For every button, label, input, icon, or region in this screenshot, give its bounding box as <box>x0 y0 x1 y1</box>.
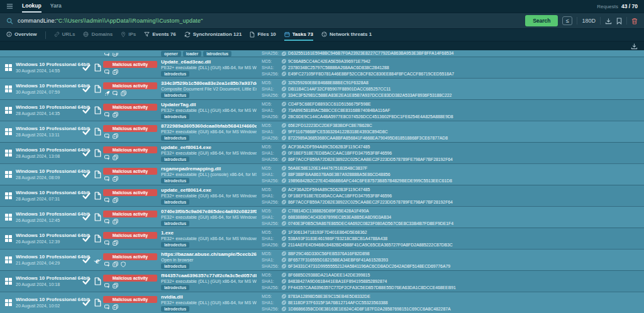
tag-latrodectus[interactable]: latrodectus <box>161 242 189 248</box>
task-row[interactable]: Windows 10 Professional 64bit 20 August … <box>0 270 644 292</box>
screenshot-icon[interactable] <box>104 240 110 246</box>
top-tab-lookup[interactable]: Lookup <box>22 0 42 13</box>
tag-loader[interactable]: loader <box>183 51 202 57</box>
shield-icon[interactable] <box>121 261 126 267</box>
copy-icon[interactable] <box>282 72 286 76</box>
copy-icon[interactable] <box>282 251 286 256</box>
menu-hamburger-icon[interactable] <box>6 0 13 13</box>
tag-latrodectus[interactable]: latrodectus <box>161 221 189 226</box>
copy-icon[interactable] <box>282 243 286 247</box>
top-tab-yara[interactable]: Yara <box>50 0 62 13</box>
download-icon[interactable] <box>605 18 612 25</box>
document-icon[interactable] <box>92 192 103 200</box>
tag-opener[interactable]: opener <box>161 51 181 57</box>
copy-icon[interactable] <box>282 215 286 219</box>
sample-name[interactable]: Update_e6ad3eac.dll <box>161 59 257 65</box>
copy-icon[interactable] <box>282 194 286 198</box>
tag-latrodectus[interactable]: latrodectus <box>161 92 189 98</box>
copy-icon[interactable] <box>282 136 286 140</box>
screenshot-icon[interactable] <box>113 91 118 96</box>
tab-overview[interactable]: Overview <box>6 29 37 41</box>
copy-icon[interactable] <box>282 65 286 70</box>
copy-icon[interactable] <box>282 209 286 213</box>
tag-latrodectus[interactable]: latrodectus <box>161 135 189 141</box>
tab-events-76[interactable]: Events 76 <box>144 29 175 41</box>
screenshot-icon[interactable] <box>104 283 110 288</box>
tag-latrodectus[interactable]: latrodectus <box>161 263 189 269</box>
task-row[interactable]: Windows 10 Professional 64bit 28 August … <box>0 163 644 185</box>
query-builder-icon[interactable]: ≤ <box>562 16 572 25</box>
copy-icon[interactable] <box>282 236 286 241</box>
tag-latrodectus[interactable]: latrodectus <box>161 114 189 119</box>
document-icon[interactable] <box>92 170 103 178</box>
copy-icon[interactable] <box>282 230 286 234</box>
copy-icon[interactable] <box>282 258 286 262</box>
tag-latrodectus[interactable]: latrodectus <box>161 306 189 312</box>
sample-name[interactable]: 334c3f529b1c580ea83e2ea1e85b7a937dcceb3d… <box>161 80 257 86</box>
related-tasks-icon[interactable] <box>113 155 118 160</box>
copy-icon[interactable] <box>282 52 286 56</box>
copy-icon[interactable] <box>282 129 286 134</box>
copy-icon[interactable] <box>282 93 286 97</box>
period-selector[interactable]: 180D <box>582 18 596 24</box>
tag-latrodectus[interactable]: latrodectus <box>161 285 189 290</box>
copy-icon[interactable] <box>282 166 286 170</box>
tag-latrodectus[interactable]: latrodectus <box>161 178 189 184</box>
screenshot-icon[interactable] <box>104 261 110 267</box>
sample-name[interactable]: 1.exe <box>161 230 257 236</box>
copy-icon[interactable] <box>282 273 286 277</box>
sample-name[interactable]: UpdaterTag.dll <box>161 102 257 107</box>
related-tasks-icon[interactable] <box>113 283 118 288</box>
copy-icon[interactable] <box>282 145 286 149</box>
task-row[interactable]: Windows 10 Professional 64bit 30 August … <box>0 78 644 99</box>
copy-icon[interactable] <box>282 294 286 299</box>
tag-latrodectus[interactable]: latrodectus <box>161 71 189 77</box>
search-query-input[interactable]: commandLine:"C:\\Users\\admin\\AppData\\… <box>18 18 521 24</box>
copy-icon[interactable] <box>282 59 286 63</box>
copy-icon[interactable] <box>282 221 286 226</box>
copy-icon[interactable] <box>282 87 286 91</box>
related-tasks-icon[interactable] <box>113 240 118 246</box>
task-row-partial[interactable]: openerloaderlatrodectus SHA256:D63255116… <box>0 50 644 57</box>
related-tasks-icon[interactable] <box>113 261 118 267</box>
copy-icon[interactable] <box>282 172 286 177</box>
tag-latrodectus[interactable]: latrodectus <box>203 51 231 57</box>
copy-icon[interactable] <box>282 200 286 204</box>
task-row[interactable]: Windows 10 Professional 64bit 28 August … <box>0 121 644 142</box>
document-icon[interactable] <box>92 106 103 114</box>
copy-icon[interactable] <box>282 187 286 192</box>
sample-name[interactable]: update_eef80614.exe <box>161 145 257 150</box>
sample-name[interactable]: rsgamepadremapping.dll <box>161 166 257 172</box>
screenshot-icon[interactable] <box>104 155 110 160</box>
document-icon[interactable] <box>92 277 103 285</box>
sample-name[interactable]: https://bazaar.abuse.ch/sample/5cecb26a3… <box>161 251 257 257</box>
sample-name[interactable]: nvidia.dll <box>161 294 257 300</box>
document-icon[interactable] <box>92 63 103 72</box>
copy-icon[interactable] <box>282 285 286 290</box>
document-icon[interactable] <box>92 213 103 221</box>
copy-icon[interactable] <box>282 80 286 85</box>
document-icon[interactable] <box>92 128 103 136</box>
related-tasks-icon[interactable] <box>113 197 118 203</box>
related-tasks-icon[interactable] <box>113 176 118 182</box>
task-row[interactable]: Windows 10 Professional 64bit 20 August … <box>0 292 644 313</box>
sample-name[interactable]: 8722989a3605360dcaa0bfab56841f4660ea79d4… <box>161 123 257 129</box>
screenshot-icon[interactable] <box>104 176 110 182</box>
related-tasks-icon[interactable] <box>113 69 118 75</box>
task-row[interactable]: Windows 10 Professional 64bit 30 August … <box>0 57 644 78</box>
copy-icon[interactable] <box>282 114 286 119</box>
document-icon[interactable] <box>92 299 103 307</box>
copy-icon[interactable] <box>282 178 286 183</box>
tab-files-10[interactable]: Files 10 <box>250 29 275 41</box>
document-icon[interactable] <box>92 85 103 93</box>
tab-urls[interactable]: URLs <box>54 29 75 41</box>
screenshot-icon[interactable] <box>104 112 110 118</box>
task-row[interactable]: Windows 10 Professional 64bit 21 August … <box>0 249 644 270</box>
copy-icon[interactable] <box>282 279 286 283</box>
screenshot-icon[interactable] <box>104 304 110 310</box>
export-results-icon[interactable] <box>631 43 638 50</box>
sample-name[interactable]: ff44357caa6396357c77df2cfa3c5ed057db0e55… <box>161 273 257 278</box>
copy-icon[interactable] <box>282 157 286 162</box>
copy-icon[interactable] <box>282 123 286 128</box>
screenshot-icon[interactable] <box>104 197 110 203</box>
